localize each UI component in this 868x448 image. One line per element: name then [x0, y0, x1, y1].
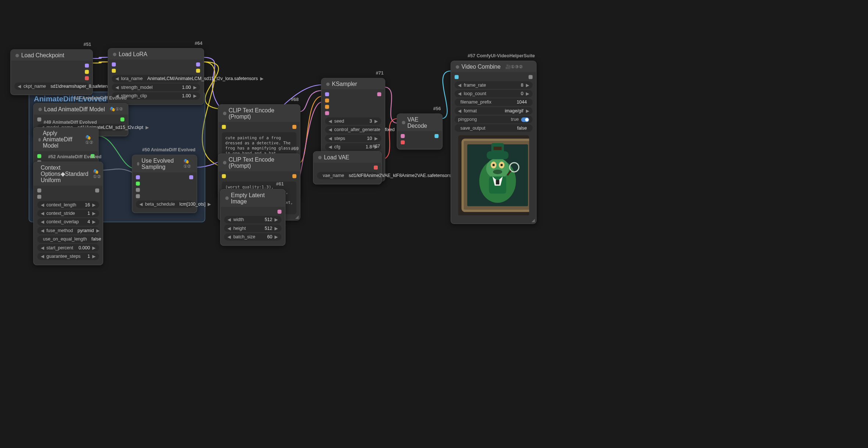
- node-tag: #47 AnimateDiff Evolved: [73, 96, 127, 101]
- widget-control-after-generate[interactable]: ◀control_after_generatefixed▶: [325, 126, 381, 133]
- svg-rect-14: [496, 180, 499, 184]
- node-tag: #64: [195, 41, 202, 46]
- svg-point-7: [492, 164, 495, 166]
- node-title: Load VAE: [324, 154, 349, 160]
- svg-point-4: [486, 158, 509, 179]
- widget-save-output[interactable]: save_outputfalse: [455, 124, 532, 132]
- widget-context-overlap[interactable]: ◀context_overlap4▶: [37, 218, 99, 225]
- node-tag: #71: [376, 71, 384, 76]
- node-title: CLIP Text Encode (Prompt): [229, 156, 295, 169]
- widget-beta-schedule[interactable]: ◀beta_schedulelcm[100_ots]▶: [136, 200, 193, 208]
- node-title: Load Checkpoint: [21, 52, 64, 58]
- node-title: Context Options◆Standard Uniform: [41, 165, 89, 183]
- widget-context-length[interactable]: ◀context_length16▶: [37, 201, 99, 209]
- node-tag: #50 AnimateDiff Evolved: [142, 147, 196, 152]
- node-title: Load LoRA: [119, 51, 147, 57]
- output-preview-image: [458, 135, 529, 217]
- node-title: VAE Decode: [407, 116, 437, 129]
- svg-point-8: [501, 164, 503, 166]
- node-load-vae[interactable]: #67 Load VAE vae_namesd1/klF8Anime2VAE_k…: [313, 151, 382, 184]
- node-icons: 🎭①②: [183, 159, 192, 169]
- node-tag: #57 ComfyUI-VideoHelperSuite: [468, 53, 535, 58]
- widget-use-on-equal-length[interactable]: use_on_equal_lengthfalse: [37, 235, 99, 243]
- widget-loop-count[interactable]: ◀loop_count0▶: [455, 90, 532, 97]
- arrow-left-icon[interactable]: ◀: [18, 84, 21, 89]
- node-tag: #51: [83, 42, 91, 47]
- widget-start-percent[interactable]: ◀start_percent0.000▶: [37, 244, 99, 252]
- widget-width[interactable]: ◀width512▶: [224, 216, 281, 223]
- widget-vae-name[interactable]: vae_namesd1/klF8Anime2VAE_klF8Anime2VAE.…: [317, 172, 378, 179]
- node-title: Use Evolved Sampling: [141, 158, 179, 170]
- node-tag: #67: [372, 144, 380, 149]
- widget-lora-name[interactable]: ◀lora_nameAnimateLCM/AnimateLCM_sd15_t2v…: [112, 75, 200, 82]
- node-title: Empty Latent Image: [231, 192, 280, 205]
- node-graph-canvas[interactable]: AnimateDiff-Evolved #51 Load Checkpoint …: [0, 0, 868, 448]
- node-icons: 🎭①②: [93, 169, 101, 179]
- node-tag: #61: [276, 182, 284, 187]
- node-title: Apply AnimateDiff Model: [43, 130, 80, 149]
- node-vae-decode[interactable]: #56 VAE Decode: [397, 113, 443, 149]
- node-icons: 🎭①②: [85, 134, 94, 145]
- widget-ckpt-name[interactable]: ◀ ckpt_name sd1\dreamshaper_8.safetensor…: [14, 83, 89, 90]
- widget-batch-size[interactable]: ◀batch_size60▶: [224, 233, 281, 241]
- node-title: Video Combine: [462, 64, 501, 70]
- widget-seed[interactable]: ◀seed3▶: [325, 118, 381, 125]
- node-video-combine[interactable]: #57 ComfyUI-VideoHelperSuite Video Combi…: [451, 61, 537, 224]
- widget-strength-model[interactable]: ◀strength_model1.00▶: [112, 84, 200, 91]
- node-tag: #56: [433, 106, 441, 111]
- svg-point-9: [493, 170, 502, 174]
- node-icons: 🎥①③②: [505, 64, 523, 69]
- widget-pingpong[interactable]: pingpongtrue: [455, 116, 532, 123]
- widget-frame-rate[interactable]: ◀frame_rate8▶: [455, 82, 532, 89]
- resize-handle[interactable]: [295, 216, 298, 219]
- node-tag: #52 AnimateDiff Evolved: [48, 154, 101, 159]
- node-context-options[interactable]: #52 AnimateDiff Evolved Context Options◆…: [33, 162, 103, 265]
- node-empty-latent-image[interactable]: #61 Empty Latent Image ◀width512▶ ◀heigh…: [220, 189, 286, 246]
- node-use-evolved-sampling[interactable]: #50 AnimateDiff Evolved Use Evolved Samp…: [132, 155, 197, 213]
- node-tag: #49 AnimateDiff Evolved: [43, 120, 97, 125]
- resize-handle[interactable]: [531, 219, 535, 222]
- node-tag: #68: [291, 97, 299, 102]
- widget-guarantee-steps[interactable]: ◀guarantee_steps1▶: [37, 253, 99, 260]
- node-title: Load AnimateDiff Model: [44, 106, 105, 112]
- widget-steps[interactable]: ◀steps10▶: [325, 135, 381, 142]
- widget-filename-prefix[interactable]: filename_prefix1044: [455, 98, 532, 106]
- widget-format[interactable]: ◀formatimage/gif▶: [455, 107, 532, 115]
- node-tag: #69: [291, 146, 299, 151]
- svg-rect-12: [494, 147, 502, 150]
- node-load-checkpoint[interactable]: #51 Load Checkpoint ◀ ckpt_name sd1\drea…: [10, 49, 93, 95]
- widget-context-stride[interactable]: ◀context_stride1▶: [37, 210, 99, 217]
- widget-height[interactable]: ◀height512▶: [224, 225, 281, 232]
- node-title: CLIP Text Encode (Prompt): [229, 107, 295, 120]
- widget-fuse-method[interactable]: ◀fuse_methodpyramid▶: [37, 227, 99, 234]
- node-icons: 🎭①②: [110, 106, 123, 112]
- node-title: KSampler: [332, 81, 357, 87]
